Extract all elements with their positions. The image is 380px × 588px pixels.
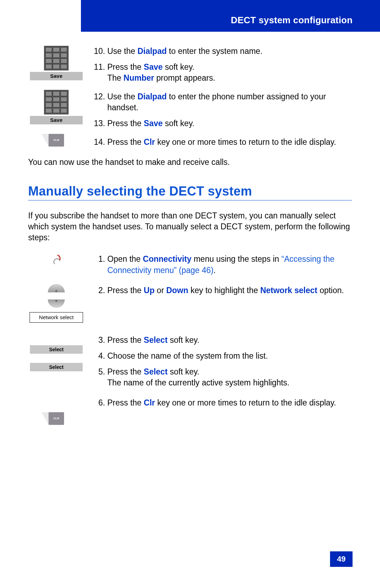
step-subtext: The name of the currently active system … xyxy=(107,377,352,388)
steps-bottom: Open the Connectivity menu using the ste… xyxy=(91,254,352,408)
closing-sentence: You can now use the handset to make and … xyxy=(28,157,352,167)
save-term: Save xyxy=(144,119,163,128)
step-text: soft key. xyxy=(163,62,194,72)
save-term: Save xyxy=(144,62,163,72)
step-text: key one or more times to return to the i… xyxy=(155,137,336,147)
step-text: Press the xyxy=(107,62,144,72)
step-text: Use the xyxy=(107,47,138,56)
clr-key-icon-1: CLR xyxy=(28,134,84,147)
up-term: Up xyxy=(144,286,155,295)
step-text: Press the xyxy=(107,119,144,128)
dialpad-icon xyxy=(44,46,69,70)
select-softkey-1: Select xyxy=(28,345,84,354)
up-down-key-icon xyxy=(44,282,69,310)
step-text: to enter the system name. xyxy=(167,47,262,56)
step-text: Press the xyxy=(107,367,144,376)
select-softkey-label: Select xyxy=(30,345,83,354)
steps-top-row: Save Save CLR xyxy=(0,46,380,148)
step-text: option. xyxy=(317,286,344,295)
step-10: Use the Dialpad to enter the system name… xyxy=(107,46,352,57)
step-text: key one or more times to return to the i… xyxy=(155,398,336,407)
dialpad-term: Dialpad xyxy=(138,47,167,56)
clr-key-icon: CLR xyxy=(49,134,64,147)
clr-key-icon-2: CLR xyxy=(28,412,84,425)
select-softkey-label: Select xyxy=(30,363,83,371)
page-content: Save Save CLR xyxy=(0,0,380,408)
step-1: Open the Connectivity menu using the ste… xyxy=(107,254,352,276)
save-softkey-label: Save xyxy=(30,116,83,124)
step-text: prompt appears. xyxy=(154,73,215,82)
connectivity-term: Connectivity xyxy=(143,254,191,264)
step-6: Press the Clr key one or more times to r… xyxy=(107,397,352,408)
step-text: . xyxy=(214,266,216,275)
connectivity-icon-slot xyxy=(28,254,84,265)
step-text: Press the xyxy=(107,286,144,295)
number-term: Number xyxy=(124,73,154,82)
steps-bottom-row: Network select Select Select CLR Open th… xyxy=(0,254,380,408)
updown-icon-slot: Network select xyxy=(28,282,84,323)
dialpad-term: Dialpad xyxy=(138,92,167,101)
step-13: Press the Save soft key. xyxy=(107,118,352,129)
dialpad-save-icon-1: Save xyxy=(28,46,84,80)
step-text: Press the xyxy=(107,398,144,407)
step-text: key to highlight the xyxy=(188,286,260,295)
step-text: soft key. xyxy=(167,367,199,376)
steps-top: Use the Dialpad to enter the system name… xyxy=(91,46,352,148)
clr-key-icon: CLR xyxy=(49,412,64,425)
page-number: 49 xyxy=(330,551,353,567)
step-text: Press the xyxy=(107,137,144,147)
select-softkey-2: Select xyxy=(28,363,84,371)
down-term: Down xyxy=(166,286,188,295)
step-2: Press the Up or Down key to highlight th… xyxy=(107,285,352,296)
clr-text: CLR xyxy=(53,139,59,142)
step-text: Choose the name of the system from the l… xyxy=(107,351,268,360)
step-12: Use the Dialpad to enter the phone numbe… xyxy=(107,91,352,113)
dialpad-icon xyxy=(44,90,69,114)
step-14: Press the Clr key one or more times to r… xyxy=(107,137,352,148)
clr-text: CLR xyxy=(53,417,59,420)
page: DECT system configuration Save xyxy=(0,0,380,588)
clr-term: Clr xyxy=(144,137,155,147)
step-text: or xyxy=(154,286,166,295)
step-5: Press the Select soft key. The name of t… xyxy=(107,366,352,388)
step-text: soft key. xyxy=(163,119,194,128)
step-3: Press the Select soft key. xyxy=(107,335,352,346)
save-softkey-label: Save xyxy=(30,72,83,80)
network-select-term: Network select xyxy=(260,286,317,295)
step-text: menu using the steps in xyxy=(191,254,281,264)
step-text: Use the xyxy=(107,92,138,101)
network-select-label: Network select xyxy=(30,312,83,323)
step-text: soft key. xyxy=(167,335,199,345)
dialpad-save-icon-2: Save xyxy=(28,90,84,124)
connectivity-icon xyxy=(51,254,62,265)
select-term: Select xyxy=(144,335,168,345)
clr-term: Clr xyxy=(144,398,155,407)
step-4: Choose the name of the system from the l… xyxy=(107,351,352,361)
step-text: The xyxy=(107,73,124,82)
step-text: Open the xyxy=(107,254,143,264)
select-term: Select xyxy=(144,367,168,376)
step-text: Press the xyxy=(107,335,144,345)
section-heading: Manually selecting the DECT system xyxy=(28,184,352,200)
step-11: Press the Save soft key. The Number prom… xyxy=(107,62,352,83)
section-intro: If you subscribe the handset to more tha… xyxy=(28,210,352,243)
